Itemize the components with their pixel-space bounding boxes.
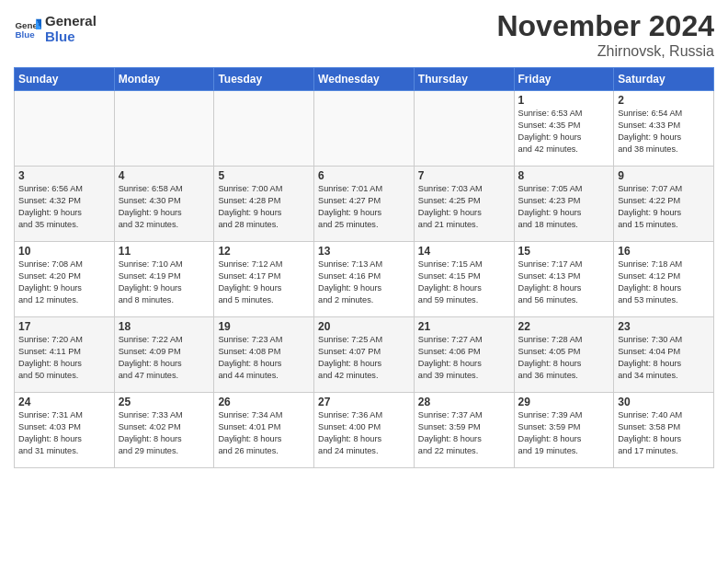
calendar-cell [15,91,115,167]
header-friday: Friday [514,68,614,91]
calendar-week-1: 1Sunrise: 6:53 AM Sunset: 4:35 PM Daylig… [15,91,714,167]
day-number: 28 [418,396,510,408]
calendar-cell: 16Sunrise: 7:18 AM Sunset: 4:12 PM Dayli… [614,242,714,317]
day-info: Sunrise: 7:23 AM Sunset: 4:08 PM Dayligh… [218,334,310,382]
month-title: November 2024 [496,9,714,43]
calendar-cell: 15Sunrise: 7:17 AM Sunset: 4:13 PM Dayli… [514,242,614,317]
calendar-cell: 22Sunrise: 7:28 AM Sunset: 4:05 PM Dayli… [514,317,614,393]
day-number: 18 [119,320,210,333]
day-info: Sunrise: 7:08 AM Sunset: 4:20 PM Dayligh… [18,259,110,306]
calendar-cell: 10Sunrise: 7:08 AM Sunset: 4:20 PM Dayli… [15,242,115,317]
calendar-cell: 13Sunrise: 7:13 AM Sunset: 4:16 PM Dayli… [314,242,415,317]
calendar-cell: 25Sunrise: 7:33 AM Sunset: 4:02 PM Dayli… [114,393,214,468]
day-info: Sunrise: 6:54 AM Sunset: 4:33 PM Dayligh… [618,108,710,155]
day-number: 6 [318,169,410,182]
day-info: Sunrise: 7:12 AM Sunset: 4:17 PM Dayligh… [218,259,310,306]
calendar: Sunday Monday Tuesday Wednesday Thursday… [14,67,714,468]
day-number: 8 [518,169,610,182]
calendar-cell: 28Sunrise: 7:37 AM Sunset: 3:59 PM Dayli… [414,393,514,468]
day-number: 13 [318,245,410,258]
day-info: Sunrise: 7:03 AM Sunset: 4:25 PM Dayligh… [418,183,510,231]
day-number: 7 [418,169,510,182]
calendar-cell: 1Sunrise: 6:53 AM Sunset: 4:35 PM Daylig… [514,91,614,167]
calendar-cell [414,91,514,167]
weekday-header-row: Sunday Monday Tuesday Wednesday Thursday… [15,68,714,91]
day-info: Sunrise: 7:33 AM Sunset: 4:02 PM Dayligh… [119,409,210,457]
day-number: 26 [218,396,310,408]
svg-text:Blue: Blue [16,29,36,40]
calendar-cell: 29Sunrise: 7:39 AM Sunset: 3:59 PM Dayli… [514,393,614,468]
day-info: Sunrise: 7:31 AM Sunset: 4:03 PM Dayligh… [18,409,110,457]
header-tuesday: Tuesday [214,68,314,91]
calendar-cell: 19Sunrise: 7:23 AM Sunset: 4:08 PM Dayli… [214,317,314,393]
calendar-cell: 18Sunrise: 7:22 AM Sunset: 4:09 PM Dayli… [114,317,214,393]
day-info: Sunrise: 7:17 AM Sunset: 4:13 PM Dayligh… [518,259,610,306]
calendar-cell: 5Sunrise: 7:00 AM Sunset: 4:28 PM Daylig… [214,167,314,242]
day-number: 14 [418,245,510,258]
day-number: 16 [618,245,710,258]
calendar-cell: 6Sunrise: 7:01 AM Sunset: 4:27 PM Daylig… [314,167,415,242]
location: Zhirnovsk, Russia [496,43,714,60]
calendar-week-4: 17Sunrise: 7:20 AM Sunset: 4:11 PM Dayli… [15,317,714,393]
day-info: Sunrise: 7:15 AM Sunset: 4:15 PM Dayligh… [418,259,510,306]
day-info: Sunrise: 7:07 AM Sunset: 4:22 PM Dayligh… [618,183,710,231]
calendar-cell [214,91,314,167]
day-info: Sunrise: 6:56 AM Sunset: 4:32 PM Dayligh… [18,183,110,231]
header-thursday: Thursday [414,68,514,91]
day-info: Sunrise: 7:39 AM Sunset: 3:59 PM Dayligh… [518,409,610,457]
day-number: 21 [418,320,510,333]
calendar-cell: 27Sunrise: 7:36 AM Sunset: 4:00 PM Dayli… [314,393,415,468]
calendar-cell: 12Sunrise: 7:12 AM Sunset: 4:17 PM Dayli… [214,242,314,317]
day-info: Sunrise: 7:34 AM Sunset: 4:01 PM Dayligh… [218,409,310,457]
day-info: Sunrise: 7:22 AM Sunset: 4:09 PM Dayligh… [119,334,210,382]
calendar-cell: 3Sunrise: 6:56 AM Sunset: 4:32 PM Daylig… [15,167,115,242]
day-number: 25 [119,396,210,408]
calendar-cell: 9Sunrise: 7:07 AM Sunset: 4:22 PM Daylig… [614,167,714,242]
calendar-week-3: 10Sunrise: 7:08 AM Sunset: 4:20 PM Dayli… [15,242,714,317]
calendar-cell: 21Sunrise: 7:27 AM Sunset: 4:06 PM Dayli… [414,317,514,393]
day-number: 17 [18,320,110,333]
day-info: Sunrise: 7:27 AM Sunset: 4:06 PM Dayligh… [418,334,510,382]
day-number: 5 [218,169,310,182]
calendar-cell: 26Sunrise: 7:34 AM Sunset: 4:01 PM Dayli… [214,393,314,468]
day-number: 10 [18,245,110,258]
day-number: 4 [119,169,210,182]
page-container: General Blue GeneralBlue November 2024 Z… [0,0,728,477]
day-info: Sunrise: 7:25 AM Sunset: 4:07 PM Dayligh… [318,334,410,382]
day-info: Sunrise: 7:36 AM Sunset: 4:00 PM Dayligh… [318,409,410,457]
day-number: 1 [518,94,610,107]
day-info: Sunrise: 6:53 AM Sunset: 4:35 PM Dayligh… [518,108,610,155]
day-info: Sunrise: 6:58 AM Sunset: 4:30 PM Dayligh… [119,183,210,231]
day-info: Sunrise: 7:18 AM Sunset: 4:12 PM Dayligh… [618,259,710,306]
calendar-cell: 7Sunrise: 7:03 AM Sunset: 4:25 PM Daylig… [414,167,514,242]
header-monday: Monday [114,68,214,91]
day-info: Sunrise: 7:40 AM Sunset: 3:58 PM Dayligh… [618,409,710,457]
day-number: 2 [618,94,710,107]
day-info: Sunrise: 7:13 AM Sunset: 4:16 PM Dayligh… [318,259,410,306]
day-number: 19 [218,320,310,333]
logo-text: GeneralBlue [45,14,97,44]
day-info: Sunrise: 7:20 AM Sunset: 4:11 PM Dayligh… [18,334,110,382]
calendar-cell: 17Sunrise: 7:20 AM Sunset: 4:11 PM Dayli… [15,317,115,393]
day-number: 22 [518,320,610,333]
day-number: 3 [18,169,110,182]
day-number: 15 [518,245,610,258]
header-saturday: Saturday [614,68,714,91]
calendar-cell [314,91,415,167]
calendar-cell: 30Sunrise: 7:40 AM Sunset: 3:58 PM Dayli… [614,393,714,468]
calendar-cell: 23Sunrise: 7:30 AM Sunset: 4:04 PM Dayli… [614,317,714,393]
header-wednesday: Wednesday [314,68,415,91]
day-number: 29 [518,396,610,408]
day-info: Sunrise: 7:30 AM Sunset: 4:04 PM Dayligh… [618,334,710,382]
day-number: 24 [18,396,110,408]
calendar-cell: 14Sunrise: 7:15 AM Sunset: 4:15 PM Dayli… [414,242,514,317]
day-number: 12 [218,245,310,258]
day-info: Sunrise: 7:28 AM Sunset: 4:05 PM Dayligh… [518,334,610,382]
title-area: November 2024 Zhirnovsk, Russia [496,9,714,60]
logo: General Blue GeneralBlue [14,14,97,44]
calendar-cell: 24Sunrise: 7:31 AM Sunset: 4:03 PM Dayli… [15,393,115,468]
calendar-week-2: 3Sunrise: 6:56 AM Sunset: 4:32 PM Daylig… [15,167,714,242]
day-info: Sunrise: 7:01 AM Sunset: 4:27 PM Dayligh… [318,183,410,231]
header-sunday: Sunday [15,68,115,91]
calendar-cell: 8Sunrise: 7:05 AM Sunset: 4:23 PM Daylig… [514,167,614,242]
